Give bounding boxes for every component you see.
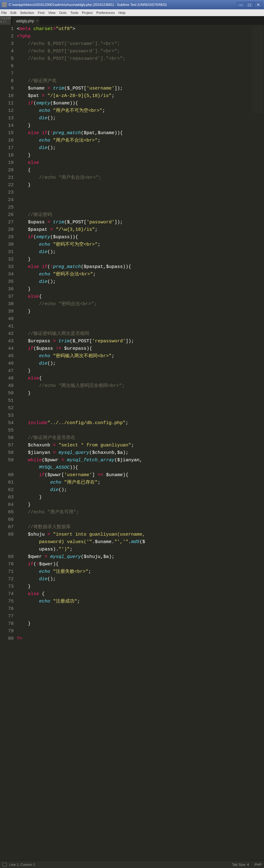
code-line[interactable]: echo "密码不可为空<br>"; [17, 241, 251, 248]
code-line[interactable] [17, 63, 251, 70]
code-line[interactable]: //将数据录入数据库 [17, 524, 251, 531]
code-line[interactable]: echo "密码不合法<br>"; [17, 271, 251, 278]
code-line[interactable]: die(); [17, 278, 251, 286]
code-line[interactable]: } [17, 122, 251, 129]
code-line[interactable]: $paspat = "/\w{3,18}/is"; [17, 226, 251, 234]
code-line[interactable]: die(); [17, 115, 251, 122]
code-line[interactable]: if(empty($uname)){ [17, 100, 251, 107]
editor[interactable]: 1234567891011121314151617181920212223242… [0, 25, 264, 643]
code-line[interactable]: die(); [17, 144, 251, 152]
close-button[interactable]: ✕ [254, 2, 262, 7]
code-line[interactable] [17, 323, 251, 330]
code-line[interactable]: die(); [17, 486, 251, 494]
code-line[interactable] [17, 70, 251, 78]
code-line[interactable]: echo "用户名不合法<br>"; [17, 137, 251, 144]
code-line[interactable]: echo "注册失败<br>"; [17, 568, 251, 576]
code-line[interactable]: } [17, 620, 251, 628]
status-language[interactable]: PHP [255, 863, 262, 866]
code-line[interactable] [17, 412, 251, 420]
menu-selection[interactable]: Selection [20, 11, 34, 14]
status-tabsize[interactable]: Tab Size: 4 [232, 863, 249, 866]
code-line[interactable]: //echo "用户名合法<br>"; [17, 174, 251, 182]
code-line[interactable]: die(); [17, 576, 251, 583]
code-line[interactable]: } [17, 367, 251, 375]
code-line[interactable]: else{ [17, 375, 251, 382]
code-line[interactable]: upass)."')"; [17, 546, 251, 553]
console-icon[interactable] [2, 863, 7, 866]
code-line[interactable]: $qwer = mysql_query($shuju,$a); [17, 553, 251, 561]
code-line[interactable]: } [17, 152, 251, 159]
code-line[interactable]: if(!$qwer){ [17, 561, 251, 568]
code-line[interactable] [17, 196, 251, 204]
code-line[interactable]: //验证用户名 [17, 78, 251, 85]
code-line[interactable] [17, 605, 251, 613]
code-line[interactable]: } [17, 256, 251, 263]
maximize-button[interactable]: ▢ [245, 2, 254, 7]
code-line[interactable]: else { [17, 590, 251, 598]
code-line[interactable]: //echo "密码合法<br>"; [17, 301, 251, 308]
code-line[interactable] [17, 204, 251, 211]
code-line[interactable] [17, 427, 251, 434]
code-line[interactable] [17, 613, 251, 620]
code-line[interactable]: //echo $_POST['username']."<br>"; [17, 40, 251, 48]
code-line[interactable]: die(); [17, 360, 251, 367]
code-line[interactable]: //echo "用户名可用"; [17, 509, 251, 516]
code-line[interactable]: <?php [17, 33, 251, 40]
code-line[interactable]: include"../../config/db.config.php"; [17, 420, 251, 427]
code-line[interactable]: echo "用户名已存在"; [17, 479, 251, 486]
menu-edit[interactable]: Edit [10, 11, 17, 14]
code-line[interactable]: } [17, 583, 251, 590]
code-line[interactable]: $chaxunb = "select * from guanliyuan"; [17, 442, 251, 449]
code-line[interactable]: } [17, 308, 251, 315]
code-line[interactable]: if(empty($upass)){ [17, 234, 251, 241]
status-cursor[interactable]: Line 1, Column 1 [9, 863, 35, 866]
menu-goto[interactable]: Goto [59, 11, 67, 14]
menu-help[interactable]: Help [118, 11, 125, 14]
code-line[interactable]: } [17, 390, 251, 397]
code-line[interactable]: $urepass = trim($_POST['repassword']); [17, 338, 251, 345]
code-line[interactable] [17, 516, 251, 524]
menu-view[interactable]: View [48, 11, 56, 14]
code-line[interactable] [17, 397, 251, 405]
code-line[interactable]: //echo $_POST['repassword']."<br>"; [17, 55, 251, 63]
code-area[interactable]: <meta charset="utf8"><?php //echo $_POST… [17, 25, 251, 643]
code-line[interactable] [17, 628, 251, 635]
code-line[interactable]: if($upass != $urepass){ [17, 345, 251, 352]
menu-preferences[interactable]: Preferences [96, 11, 115, 14]
code-line[interactable]: //echo "两次输入密码完全相同<br>"; [17, 382, 251, 390]
code-line[interactable]: <meta charset="utf8"> [17, 25, 251, 33]
code-line[interactable]: $pat = "/[a-zA-Z0-9]{5,18}/is"; [17, 92, 251, 100]
code-line[interactable]: else{ [17, 293, 251, 301]
menu-find[interactable]: Find [38, 11, 44, 14]
code-line[interactable]: } [17, 182, 251, 189]
code-line[interactable]: } [17, 286, 251, 293]
code-line[interactable]: //验证密码 [17, 211, 251, 219]
code-line[interactable]: echo "用户名不可为空<br>"; [17, 107, 251, 115]
minimap[interactable] [251, 25, 264, 643]
menu-tools[interactable]: Tools [70, 11, 79, 14]
code-line[interactable]: echo "注册成功"; [17, 598, 251, 605]
code-line[interactable] [17, 405, 251, 412]
code-line[interactable]: $shuju = "insert into guanliyuan(usernam… [17, 531, 251, 538]
code-line[interactable]: while($pwwr = mysql_fetch_array($jianyan… [17, 457, 251, 464]
folder-sidebar[interactable]: FOLDER ▸ ▢ [0, 16, 11, 25]
code-line[interactable]: password) values('".$uname."','".md5($ [17, 538, 251, 546]
code-line[interactable] [17, 189, 251, 196]
tab-addgly[interactable]: addgly.php × [12, 17, 40, 25]
code-line[interactable]: else if(!preg_match($paspat,$upass)){ [17, 263, 251, 271]
code-line[interactable]: } [17, 501, 251, 509]
sidebar-tree-toggle-icon[interactable]: ▸ ▢ [1, 20, 6, 23]
code-line[interactable]: else if(!preg_match($pat,$uname)){ [17, 129, 251, 137]
minimize-button[interactable]: — [237, 2, 245, 7]
code-line[interactable]: ?> [17, 635, 251, 643]
code-line[interactable]: die(); [17, 248, 251, 256]
code-line[interactable]: //验证用户名是否存在 [17, 434, 251, 442]
code-line[interactable]: else [17, 159, 251, 167]
code-line[interactable]: $jianyan = mysql_query($chaxunb,$a); [17, 449, 251, 457]
menu-file[interactable]: File [1, 11, 7, 14]
code-line[interactable]: $uname = trim($_POST['username']); [17, 85, 251, 92]
code-line[interactable]: { [17, 167, 251, 174]
code-line[interactable]: } [17, 494, 251, 501]
code-line[interactable] [17, 315, 251, 323]
code-line[interactable]: echo "密码输入两次不相同<br>"; [17, 352, 251, 360]
